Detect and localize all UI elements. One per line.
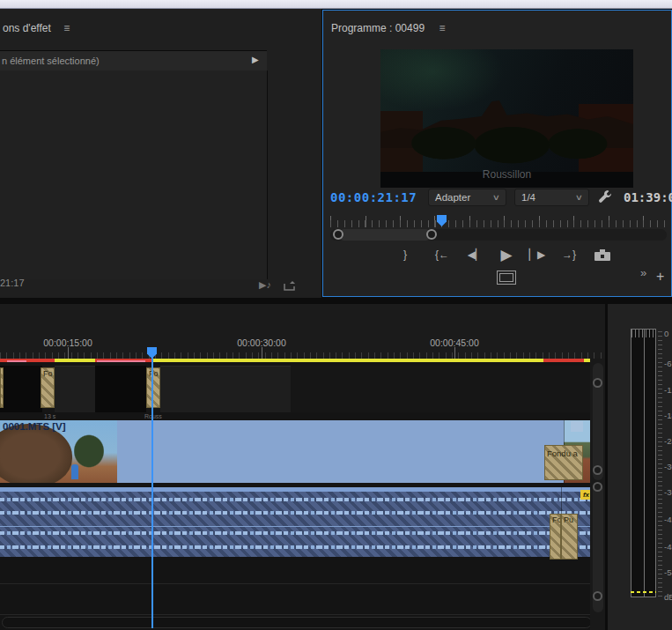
v1-clip-end-header (571, 421, 583, 432)
v2-clip[interactable] (0, 366, 42, 412)
step-back-button[interactable]: ◀▏ (466, 247, 485, 263)
track-divider (0, 614, 592, 615)
meter-scale-label: 0 (664, 329, 668, 338)
major-tick (454, 347, 455, 359)
sequence-duration-timecode: 01:39:07 (624, 190, 672, 204)
program-mini-ruler[interactable] (330, 215, 667, 227)
track-v1: 0001.MTS [V] Fondu a (0, 420, 605, 483)
thumbnail-person-hair (0, 424, 72, 483)
meter-scale-label: -24 (664, 436, 672, 446)
audio-waveform (0, 511, 592, 515)
v2-clip[interactable] (95, 366, 146, 412)
thumbnail-figure (71, 464, 78, 479)
meter-scale-label: -48 (664, 542, 672, 552)
scrollbar-knob-left[interactable] (333, 229, 343, 240)
settings-square-inner (499, 273, 513, 282)
meter-tick-scale (658, 331, 662, 598)
timeline-horizontal-scrollbar[interactable] (2, 617, 592, 628)
v2-clip-label: 13 s (44, 413, 55, 419)
audio-clip[interactable]: Fo Pu fx (0, 487, 592, 557)
major-tick (68, 347, 69, 359)
step-forward-button[interactable]: ▏▶ (528, 247, 547, 263)
premiere-workspace: ons d'effet ≡ n élément sélectionné) ▶ 2… (0, 0, 672, 630)
effect-panel-timecode: 21:17 (0, 278, 25, 288)
expand-triangle-icon[interactable]: ▶ (252, 55, 259, 64)
meter-scale-label: -36 (664, 487, 672, 497)
audio-transition[interactable]: Pu (561, 514, 578, 560)
scrollbar-knob-right[interactable] (426, 229, 437, 240)
transition-clip[interactable]: Fo (41, 367, 55, 408)
v1-clip-name: 0001.MTS [V] (3, 421, 66, 432)
goto-in-button[interactable]: {← (432, 247, 452, 263)
program-video-preview[interactable]: Roussillon (380, 49, 633, 188)
timeline-ruler-ticks[interactable] (0, 348, 605, 359)
panel-menu-icon[interactable]: ≡ (63, 22, 70, 34)
preview-caption: Roussillon (380, 168, 633, 181)
export-frame-button[interactable] (593, 247, 612, 263)
tab-program-label: Programme : 00499 (331, 22, 425, 34)
render-bar-red (543, 359, 584, 362)
meter-scale-label: -42 (664, 515, 672, 524)
audio-clip-header (0, 487, 592, 492)
audio-waveform (0, 498, 592, 501)
panel-gap (0, 298, 672, 304)
resolution-dropdown[interactable]: 1/4 ∨ (514, 189, 589, 206)
render-bar-pink (7, 360, 26, 362)
scrollbar-zoom-knob[interactable] (593, 465, 602, 475)
play-button[interactable]: ▶ (498, 247, 515, 263)
render-bar-pink (97, 360, 145, 362)
current-timecode[interactable]: 00:00:21:17 (330, 190, 417, 204)
effect-controls-panel: ons d'effet ≡ n élément sélectionné) ▶ 2… (0, 9, 321, 298)
scrollbar-zoom-knob[interactable] (593, 378, 602, 388)
program-monitor-panel: Programme : 00499 ≡ Roussillon 00:00:21:… (322, 10, 672, 297)
preview-sky-glow (380, 49, 504, 111)
program-menu-icon[interactable]: ≡ (439, 22, 446, 34)
effect-controls-empty-area (0, 70, 268, 279)
program-scrollbar-zoom-area[interactable] (338, 229, 432, 241)
fit-dropdown-value: Adapter (435, 192, 470, 203)
major-tick (262, 347, 262, 359)
track-audio: Fo Pu fx (0, 487, 605, 557)
tab-effect-controls-label: ons d'effet (3, 22, 51, 34)
overflow-chevrons-button[interactable]: » (640, 266, 646, 279)
meter-peak-line (631, 591, 656, 593)
chevron-down-icon: ∨ (575, 193, 583, 202)
audio-channel-divider (0, 526, 592, 527)
preview-trees (380, 127, 633, 167)
render-bar-yellow (151, 359, 543, 362)
v2-clip[interactable] (160, 366, 291, 412)
scrollbar-zoom-knob[interactable] (593, 482, 602, 492)
meter-scale-label: -12 (664, 385, 672, 395)
settings-wrench-icon[interactable] (598, 189, 612, 204)
play-audio-icon[interactable]: ▶♪ (259, 279, 271, 291)
transition-clip[interactable]: Fo (146, 367, 160, 408)
track-v2: Fo Fo (0, 366, 605, 412)
add-button[interactable]: + (656, 269, 664, 285)
mark-out-button[interactable]: } (399, 247, 411, 263)
audio-meter-bars (631, 329, 656, 597)
window-chrome-strip (0, 0, 672, 9)
meter-scale-label: -18 (664, 411, 672, 420)
track-divider (0, 583, 592, 584)
goto-out-button[interactable]: →} (559, 247, 579, 263)
transition-clip-edge[interactable] (0, 367, 4, 408)
v2-clip[interactable] (55, 366, 95, 412)
meter-scale-label: -6 (664, 359, 671, 368)
effect-selection-header[interactable]: n élément sélectionné) ▶ (0, 50, 267, 71)
audio-waveform (0, 545, 592, 549)
v1-video-clip[interactable]: 0001.MTS [V] Fondu a (0, 420, 592, 483)
settings-square-button[interactable] (497, 271, 516, 285)
timeline-playhead-line (151, 352, 153, 628)
transition-fondu-au-noir[interactable]: Fondu a (544, 445, 583, 480)
audio-waveform (0, 531, 592, 535)
fit-dropdown[interactable]: Adapter ∨ (428, 189, 506, 206)
tab-effect-controls[interactable]: ons d'effet ≡ (3, 19, 70, 35)
timeline-panel: 00:00:15:00 00:00:30:00 00:00:45:00 Fo F… (0, 304, 605, 630)
scrollbar-zoom-knob[interactable] (593, 591, 602, 601)
timeline-header-area (0, 304, 605, 335)
export-icon[interactable] (284, 280, 296, 291)
tab-program[interactable]: Programme : 00499 ≡ (331, 19, 446, 35)
audio-transition[interactable]: Fo (550, 514, 561, 560)
chevron-down-icon: ∨ (492, 193, 500, 202)
meter-scale-label: dB (664, 592, 672, 602)
